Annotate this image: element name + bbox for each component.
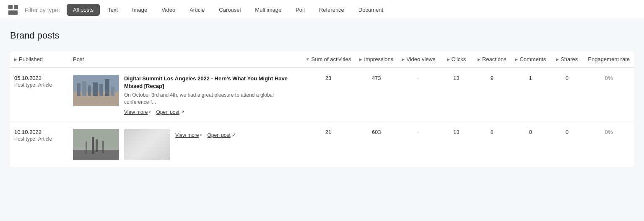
svg-rect-6 bbox=[99, 84, 103, 96]
row2-view-more-link[interactable]: View more ▾ bbox=[175, 132, 202, 138]
section-title: Brand posts bbox=[10, 30, 634, 41]
open-post2-external-icon: ↗ bbox=[232, 132, 236, 138]
row1-post-cell: Digital Summit Los Angeles 2022 - Here's… bbox=[69, 68, 301, 122]
row1-date-cell: 05.10.2022 Post type: Article bbox=[10, 68, 69, 122]
row1-post-type: Post type: Article bbox=[14, 82, 65, 88]
sort-arrow-impressions: ▶ bbox=[359, 57, 362, 62]
row1-shares: 0 bbox=[550, 68, 584, 122]
row2-video-views: - bbox=[397, 122, 439, 167]
svg-rect-3 bbox=[82, 81, 86, 96]
svg-rect-4 bbox=[88, 85, 91, 96]
svg-rect-5 bbox=[93, 82, 98, 96]
sort-arrow-clicks: ▶ bbox=[447, 57, 450, 62]
col-header-comments[interactable]: ▶ Comments bbox=[511, 51, 550, 68]
svg-rect-14 bbox=[102, 141, 104, 153]
posts-table: ▶ Published Post ▼ Sum of activities bbox=[10, 51, 634, 167]
col-header-shares[interactable]: ▶ Shares bbox=[550, 51, 584, 68]
row1-comments: 1 bbox=[511, 68, 550, 122]
filter-multiimage[interactable]: Multiimage bbox=[249, 4, 288, 16]
svg-rect-8 bbox=[111, 87, 114, 96]
row2-post-image-right bbox=[124, 129, 170, 160]
col-header-impressions[interactable]: ▶ Impressions bbox=[355, 51, 397, 68]
svg-rect-12 bbox=[96, 139, 98, 152]
filter-image[interactable]: Image bbox=[126, 4, 153, 16]
row1-post-actions: View more ▾ Open post ↗ bbox=[124, 109, 297, 115]
sort-arrow-sum: ▼ bbox=[306, 57, 310, 62]
row2-shares: 0 bbox=[550, 122, 584, 167]
sort-arrow-videoviews: ▶ bbox=[402, 57, 405, 62]
row1-post-title: Digital Summit Los Angeles 2022 - Here's… bbox=[124, 75, 297, 90]
filter-document[interactable]: Document bbox=[352, 4, 390, 16]
filter-carousel[interactable]: Carousel bbox=[213, 4, 247, 16]
table-header-row: ▶ Published Post ▼ Sum of activities bbox=[10, 51, 634, 68]
row1-post-excerpt: On October 3rd and 4th, we had a great p… bbox=[124, 92, 297, 106]
sort-arrow-shares: ▶ bbox=[556, 57, 559, 62]
row2-comments: 0 bbox=[511, 122, 550, 167]
posts-table-wrapper: ▶ Published Post ▼ Sum of activities bbox=[10, 51, 634, 167]
row2-sum-activities: 21 bbox=[301, 122, 356, 167]
row2-date: 10.10.2022 bbox=[14, 129, 65, 135]
top-bar: Filter by type: All posts Text Image Vid… bbox=[0, 0, 644, 20]
row1-view-more-link[interactable]: View more ▾ bbox=[124, 109, 151, 115]
filter-video[interactable]: Video bbox=[155, 4, 182, 16]
col-header-video-views[interactable]: ▶ Video views bbox=[397, 51, 439, 68]
row1-open-post-link[interactable]: Open post ↗ bbox=[156, 109, 184, 115]
col-header-sum-activities[interactable]: ▼ Sum of activities bbox=[301, 51, 356, 68]
row1-impressions: 473 bbox=[355, 68, 397, 122]
sort-arrow-comments: ▶ bbox=[515, 57, 518, 62]
svg-rect-7 bbox=[105, 79, 109, 96]
row1-video-views: - bbox=[397, 68, 439, 122]
open-post-external-icon: ↗ bbox=[181, 109, 184, 115]
sort-arrow-published: ▶ bbox=[14, 57, 17, 62]
row2-engagement-rate: 0% bbox=[584, 122, 634, 167]
sort-arrow-reactions: ▶ bbox=[478, 57, 480, 62]
main-content: Brand posts ▶ Published Post bbox=[0, 20, 644, 219]
row1-reactions: 9 bbox=[473, 68, 511, 122]
view-more-arrow-icon: ▾ bbox=[149, 110, 151, 114]
table-row: 10.10.2022 Post type: Article bbox=[10, 122, 634, 167]
svg-rect-11 bbox=[92, 137, 94, 154]
row1-post-image bbox=[73, 75, 119, 106]
filter-article[interactable]: Article bbox=[183, 4, 211, 16]
row2-post-image-left bbox=[73, 129, 119, 160]
row1-date: 05.10.2022 bbox=[14, 75, 65, 81]
col-header-reactions[interactable]: ▶ Reactions bbox=[473, 51, 511, 68]
row1-engagement-rate: 0% bbox=[584, 68, 634, 122]
col-header-post: Post bbox=[69, 51, 301, 68]
col-header-published[interactable]: ▶ Published bbox=[10, 51, 69, 68]
view-more-arrow2-icon: ▾ bbox=[200, 133, 202, 137]
col-header-engagement-rate: Engagement rate bbox=[584, 51, 634, 68]
row1-clicks: 13 bbox=[439, 68, 473, 122]
filter-poll[interactable]: Poll bbox=[289, 4, 311, 16]
row2-post-actions: View more ▾ Open post ↗ bbox=[175, 132, 297, 138]
row1-sum-activities: 23 bbox=[301, 68, 356, 122]
filter-all-posts[interactable]: All posts bbox=[67, 4, 100, 16]
svg-rect-13 bbox=[86, 141, 87, 154]
filter-text[interactable]: Text bbox=[101, 4, 124, 16]
row2-impressions: 603 bbox=[355, 122, 397, 167]
filter-reference[interactable]: Reference bbox=[313, 4, 351, 16]
col-header-clicks[interactable]: ▶ Clicks bbox=[439, 51, 473, 68]
row1-post-content: Digital Summit Los Angeles 2022 - Here's… bbox=[124, 75, 297, 115]
row2-post-content: View more ▾ Open post ↗ bbox=[175, 129, 297, 138]
filter-label: Filter by type: bbox=[25, 7, 60, 13]
row2-post-cell: View more ▾ Open post ↗ bbox=[69, 122, 301, 167]
table-row: 05.10.2022 Post type: Article bbox=[10, 68, 634, 122]
row2-post-type: Post type: Article bbox=[14, 136, 65, 142]
row2-date-cell: 10.10.2022 Post type: Article bbox=[10, 122, 69, 167]
filter-buttons: All posts Text Image Video Article Carou… bbox=[67, 4, 390, 16]
row2-reactions: 8 bbox=[473, 122, 511, 167]
svg-rect-2 bbox=[77, 83, 80, 96]
row2-open-post-link[interactable]: Open post ↗ bbox=[207, 132, 235, 138]
layout-toggle[interactable] bbox=[7, 3, 20, 16]
row2-clicks: 13 bbox=[439, 122, 473, 167]
